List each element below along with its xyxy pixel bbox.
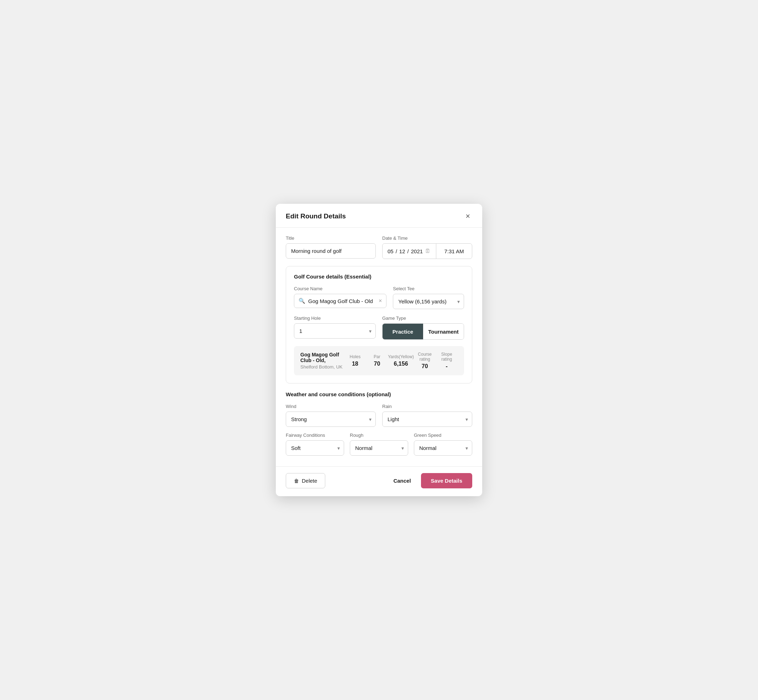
modal-footer: 🗑 Delete Cancel Save Details bbox=[276, 466, 482, 496]
rough-wrapper: Short Normal Long ▾ bbox=[350, 441, 408, 456]
select-tee-label: Select Tee bbox=[393, 286, 464, 291]
wind-dropdown[interactable]: None Light Moderate Strong bbox=[286, 411, 376, 427]
stat-slope-rating: Slope rating - bbox=[435, 352, 458, 370]
golf-course-section: Golf Course details (Essential) Course N… bbox=[286, 266, 472, 383]
modal-header: Edit Round Details × bbox=[276, 204, 482, 228]
rain-wrapper: None Light Moderate Heavy ▾ bbox=[382, 411, 472, 427]
trash-icon: 🗑 bbox=[294, 478, 299, 484]
course-search-wrapper[interactable]: 🔍 × bbox=[294, 294, 387, 308]
date-sep2: / bbox=[407, 248, 409, 254]
stat-yards: Yards(Yellow) 6,156 bbox=[388, 354, 414, 367]
green-speed-label: Green Speed bbox=[414, 433, 472, 438]
time-part[interactable]: 7:31 AM bbox=[436, 244, 472, 259]
course-info-location: Shelford Bottom, UK bbox=[300, 364, 344, 370]
stat-yards-value: 6,156 bbox=[388, 361, 414, 367]
date-part[interactable]: 05 / 12 / 2021 🗓 bbox=[382, 244, 436, 259]
course-info-name: Gog Magog Golf Club - Old, bbox=[300, 352, 344, 363]
starting-hole-label: Starting Hole bbox=[294, 316, 376, 321]
green-speed-dropdown[interactable]: Slow Normal Fast bbox=[414, 441, 472, 456]
rough-label: Rough bbox=[350, 433, 408, 438]
stat-par-label: Par bbox=[366, 354, 388, 359]
fairway-dropdown[interactable]: Soft Normal Hard bbox=[286, 441, 344, 456]
game-type-toggle: Practice Tournament bbox=[382, 323, 464, 340]
weather-section: Weather and course conditions (optional)… bbox=[276, 391, 482, 464]
date-year: 2021 bbox=[411, 248, 423, 254]
course-name-group: Course Name 🔍 × bbox=[294, 286, 387, 309]
course-search-input[interactable] bbox=[308, 298, 376, 304]
course-info-box: Gog Magog Golf Club - Old, Shelford Bott… bbox=[294, 346, 464, 375]
game-type-group: Game Type Practice Tournament bbox=[382, 316, 464, 340]
course-tee-row: Course Name 🔍 × Select Tee Yellow (6,156… bbox=[294, 286, 464, 309]
wind-wrapper: None Light Moderate Strong ▾ bbox=[286, 411, 376, 427]
stat-holes-label: Holes bbox=[344, 354, 366, 359]
calendar-icon: 🗓 bbox=[425, 248, 431, 254]
save-button[interactable]: Save Details bbox=[421, 473, 472, 488]
datetime-label: Date & Time bbox=[382, 236, 472, 241]
weather-title: Weather and course conditions (optional) bbox=[286, 391, 472, 397]
footer-right: Cancel Save Details bbox=[390, 473, 472, 488]
stat-course-rating: Course rating 70 bbox=[414, 352, 436, 370]
green-speed-group: Green Speed Slow Normal Fast ▾ bbox=[414, 433, 472, 456]
select-tee-wrapper: Yellow (6,156 yards) ▾ bbox=[393, 294, 464, 309]
edit-round-modal: Edit Round Details × Title Date & Time 0… bbox=[276, 204, 482, 496]
select-tee-dropdown[interactable]: Yellow (6,156 yards) bbox=[393, 294, 464, 309]
stat-slope-rating-value: - bbox=[435, 363, 458, 370]
wind-rain-row: Wind None Light Moderate Strong ▾ Rain N… bbox=[286, 404, 472, 427]
rough-dropdown[interactable]: Short Normal Long bbox=[350, 441, 408, 456]
tournament-toggle[interactable]: Tournament bbox=[423, 324, 464, 339]
title-field-group: Title bbox=[286, 236, 376, 259]
datetime-inputs: 05 / 12 / 2021 🗓 7:31 AM bbox=[382, 243, 472, 259]
stat-par-value: 70 bbox=[366, 361, 388, 367]
practice-toggle[interactable]: Practice bbox=[382, 324, 423, 339]
rain-label: Rain bbox=[382, 404, 472, 409]
delete-button[interactable]: 🗑 Delete bbox=[286, 473, 325, 488]
game-type-label: Game Type bbox=[382, 316, 464, 321]
date-sep1: / bbox=[396, 248, 397, 254]
modal-title: Edit Round Details bbox=[286, 212, 346, 220]
delete-label: Delete bbox=[302, 478, 317, 484]
fairway-label: Fairway Conditions bbox=[286, 433, 344, 438]
modal-body: Title Date & Time 05 / 12 / 2021 🗓 7:31 … bbox=[276, 228, 482, 383]
rain-dropdown[interactable]: None Light Moderate Heavy bbox=[382, 411, 472, 427]
wind-label: Wind bbox=[286, 404, 376, 409]
title-label: Title bbox=[286, 236, 376, 241]
top-row: Title Date & Time 05 / 12 / 2021 🗓 7:31 … bbox=[286, 236, 472, 259]
conditions-row: Fairway Conditions Soft Normal Hard ▾ Ro… bbox=[286, 433, 472, 456]
select-tee-group: Select Tee Yellow (6,156 yards) ▾ bbox=[393, 286, 464, 309]
stat-holes: Holes 18 bbox=[344, 354, 366, 367]
cancel-button[interactable]: Cancel bbox=[390, 473, 414, 488]
close-button[interactable]: × bbox=[464, 212, 472, 221]
fairway-wrapper: Soft Normal Hard ▾ bbox=[286, 441, 344, 456]
stat-slope-rating-label: Slope rating bbox=[435, 352, 458, 362]
stat-course-rating-label: Course rating bbox=[414, 352, 436, 362]
time-value: 7:31 AM bbox=[444, 248, 464, 254]
green-speed-wrapper: Slow Normal Fast ▾ bbox=[414, 441, 472, 456]
golf-course-title: Golf Course details (Essential) bbox=[294, 273, 464, 280]
stat-yards-label: Yards(Yellow) bbox=[388, 354, 414, 359]
stat-holes-value: 18 bbox=[344, 361, 366, 367]
fairway-group: Fairway Conditions Soft Normal Hard ▾ bbox=[286, 433, 344, 456]
course-name-info: Gog Magog Golf Club - Old, Shelford Bott… bbox=[300, 352, 344, 370]
starting-hole-dropdown[interactable]: 1 10 bbox=[294, 323, 376, 339]
rain-group: Rain None Light Moderate Heavy ▾ bbox=[382, 404, 472, 427]
stat-course-rating-value: 70 bbox=[414, 363, 436, 370]
date-day: 12 bbox=[399, 248, 405, 254]
search-icon: 🔍 bbox=[299, 298, 305, 304]
datetime-field-group: Date & Time 05 / 12 / 2021 🗓 7:31 AM bbox=[382, 236, 472, 259]
hole-gametype-row: Starting Hole 1 10 ▾ Game Type Practice … bbox=[294, 316, 464, 340]
stat-par: Par 70 bbox=[366, 354, 388, 367]
title-input[interactable] bbox=[286, 243, 376, 259]
starting-hole-wrapper: 1 10 ▾ bbox=[294, 323, 376, 339]
course-name-label: Course Name bbox=[294, 286, 387, 291]
clear-icon[interactable]: × bbox=[379, 298, 382, 304]
date-month: 05 bbox=[388, 248, 393, 254]
rough-group: Rough Short Normal Long ▾ bbox=[350, 433, 408, 456]
starting-hole-group: Starting Hole 1 10 ▾ bbox=[294, 316, 376, 340]
wind-group: Wind None Light Moderate Strong ▾ bbox=[286, 404, 376, 427]
